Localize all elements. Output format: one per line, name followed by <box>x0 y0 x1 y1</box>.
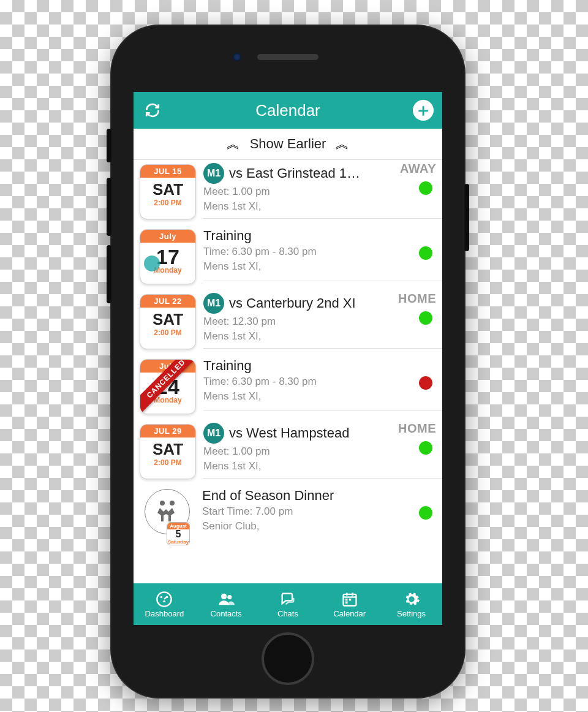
date-top: JUL 22 <box>140 295 195 308</box>
show-earlier-label: Show Earlier <box>250 136 326 152</box>
contacts-icon <box>217 591 235 608</box>
recurring-icon <box>144 256 160 271</box>
tab-label: Chats <box>277 609 298 618</box>
status-dot <box>419 246 432 260</box>
event-title: vs East Grinstead 1… <box>229 165 360 181</box>
svg-point-3 <box>160 596 163 598</box>
event-body: Training Time: 6.30 pm - 8.30 pm Mens 1s… <box>203 358 442 411</box>
event-subtitle: Time: 6.30 pm - 8.30 pm <box>203 375 442 388</box>
power-button <box>464 184 469 251</box>
date-tile: July 24 Monday CANCELLED <box>140 359 196 414</box>
tab-label: Dashboard <box>145 609 184 618</box>
navbar: Calendar ＋ <box>134 92 442 129</box>
event-team: Mens 1st XI, <box>203 460 442 473</box>
svg-point-5 <box>164 600 166 602</box>
event-team: Mens 1st XI, <box>203 200 442 213</box>
gear-icon <box>402 591 421 608</box>
event-team: Mens 1st XI, <box>203 260 442 273</box>
event-title: Training <box>203 228 412 244</box>
event-subtitle: Meet: 1.00 pm <box>203 445 442 458</box>
tab-label: Calendar <box>333 609 366 618</box>
date-top: July <box>140 360 195 373</box>
phone-frame: Calendar ＋ ︽ Show Earlier ︽ JUL 15 SAT 2… <box>110 25 466 699</box>
event-row[interactable]: July 17 Monday Training Time: 6.30 pm - … <box>134 224 442 289</box>
plus-icon: ＋ <box>415 99 432 122</box>
svg-rect-13 <box>349 598 352 600</box>
mini-dow: Saturday <box>168 539 189 545</box>
event-list[interactable]: JUL 15 SAT 2:00 PM M1 vs East Grinstead … <box>134 159 442 583</box>
dashboard-icon <box>155 591 173 608</box>
date-dow: Monday <box>154 396 181 404</box>
mini-date-tile: August 5 Saturday <box>167 522 190 545</box>
event-team: Senior Club, <box>202 520 442 533</box>
svg-rect-14 <box>345 601 348 604</box>
date-top: July <box>140 230 195 243</box>
team-badge: M1 <box>203 163 224 184</box>
page-title: Calendar <box>255 101 320 120</box>
volume-up-button <box>107 178 111 236</box>
front-camera <box>233 53 241 61</box>
refresh-button[interactable] <box>142 100 163 121</box>
date-mid: SAT <box>153 181 183 197</box>
tab-contacts[interactable]: Contacts <box>195 583 257 625</box>
event-team: Mens 1st XI, <box>203 390 442 403</box>
date-top: JUL 29 <box>140 425 195 437</box>
add-button[interactable]: ＋ <box>413 100 434 121</box>
date-top: JUL 15 <box>140 165 195 178</box>
tab-settings[interactable]: Settings <box>380 583 442 625</box>
chevron-up-icon: ︽ <box>227 135 240 153</box>
date-time: 2:00 PM <box>154 199 181 207</box>
event-subtitle: Meet: 1.00 pm <box>203 185 442 199</box>
event-team: Mens 1st XI, <box>203 330 442 343</box>
team-badge: M1 <box>203 423 224 444</box>
event-row[interactable]: July 24 Monday CANCELLED Training Time: … <box>134 354 442 419</box>
svg-point-6 <box>221 593 227 599</box>
tab-dashboard[interactable]: Dashboard <box>134 583 195 625</box>
speaker <box>257 54 318 60</box>
date-tile: JUL 22 SAT 2:00 PM <box>140 294 196 349</box>
home-button[interactable] <box>262 632 314 685</box>
refresh-icon <box>145 102 160 118</box>
event-subtitle: Meet: 12.30 pm <box>203 315 442 328</box>
date-tile: JUL 29 SAT 2:00 PM <box>140 424 196 479</box>
show-earlier-button[interactable]: ︽ Show Earlier ︽ <box>134 129 442 160</box>
date-time: 2:00 PM <box>154 328 181 337</box>
status-dot <box>419 311 432 325</box>
tab-chats[interactable]: Chats <box>257 583 319 625</box>
status-dot <box>419 506 432 520</box>
location-tag: AWAY <box>400 162 436 176</box>
event-subtitle: Start Time: 7.00 pm <box>202 505 442 518</box>
event-body: End of Season Dinner Start Time: 7.00 pm… <box>202 488 442 540</box>
date-mid: SAT <box>153 311 183 327</box>
date-tile: JUL 15 SAT 2:00 PM <box>140 164 196 219</box>
status-dot <box>419 181 432 195</box>
tab-label: Contacts <box>211 609 242 618</box>
event-row[interactable]: JUL 29 SAT 2:00 PM M1 vs West Hampstead … <box>134 419 442 484</box>
calendar-icon <box>341 591 359 608</box>
chats-icon <box>279 591 297 608</box>
event-row[interactable]: JUL 15 SAT 2:00 PM M1 vs East Grinstead … <box>134 159 442 224</box>
svg-point-0 <box>160 501 165 506</box>
event-title: Training <box>203 358 412 374</box>
team-badge: M1 <box>203 293 224 314</box>
event-row[interactable]: August 5 Saturday End of Season Dinner S… <box>134 484 442 549</box>
mini-day: 5 <box>176 529 181 539</box>
event-body: Training Time: 6.30 pm - 8.30 pm Mens 1s… <box>203 228 442 281</box>
date-day: 24 <box>156 376 179 397</box>
chevron-up-icon: ︽ <box>336 135 349 153</box>
event-row[interactable]: JUL 22 SAT 2:00 PM M1 vs Canterbury 2nd … <box>134 289 442 354</box>
tab-bar: Dashboard Contacts Chats Calendar Settin… <box>134 583 442 625</box>
date-tile: July 17 Monday <box>140 229 196 284</box>
date-mid: SAT <box>153 441 183 457</box>
date-time: 2:00 PM <box>154 458 181 467</box>
tab-calendar[interactable]: Calendar <box>318 583 380 625</box>
event-subtitle: Time: 6.30 pm - 8.30 pm <box>203 245 442 259</box>
location-tag: HOME <box>398 422 436 436</box>
svg-point-7 <box>228 595 232 599</box>
event-title: vs Canterbury 2nd XI <box>229 295 356 311</box>
status-dot <box>419 376 432 390</box>
status-dot <box>419 441 432 455</box>
event-title: End of Season Dinner <box>202 488 410 504</box>
volume-down-button <box>107 245 111 303</box>
event-title: vs West Hampstead <box>229 425 349 441</box>
